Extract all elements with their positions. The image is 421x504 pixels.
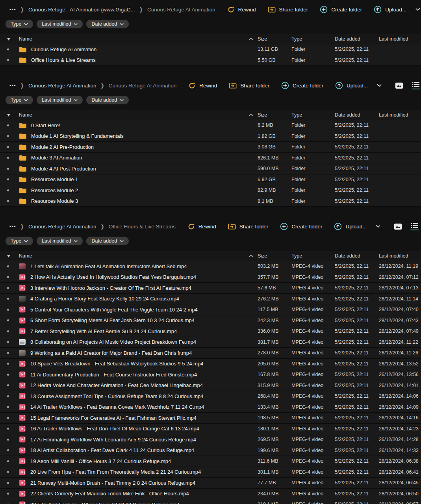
rewind-label: Rewind	[238, 7, 256, 13]
table-row[interactable]: 17 Ai Filmmaking Workflow With Leonardo …	[0, 434, 421, 445]
grid-view-icon[interactable]	[395, 82, 403, 89]
table-row[interactable]: Module 2 AI Pre-Production3.08 GBFolder5…	[0, 142, 421, 153]
breadcrumb-menu-icon[interactable]: •••	[9, 83, 16, 89]
table-row[interactable]: 20 Live From Hpa - Feat Tim From Theoret…	[0, 467, 421, 478]
create-folder-button[interactable]: Create folder	[281, 82, 323, 89]
list-view-icon[interactable]	[410, 222, 419, 230]
table-row[interactable]: Resources Module 282.9 MBFolder5/2/2025,…	[0, 185, 421, 196]
column-header-size[interactable]: Size	[258, 112, 291, 118]
create-folder-button[interactable]: Create folder	[280, 222, 322, 230]
table-row[interactable]: 10 Space Vets Breakdown - Feat Sebastian…	[0, 359, 421, 370]
filter-chip-last-modified[interactable]: Last modified	[37, 237, 83, 245]
list-view-icon[interactable]	[412, 82, 420, 89]
table-row[interactable]: 4 Crafting a Horror Story Feat Stacey Ke…	[0, 294, 421, 305]
column-header-last-modified[interactable]: Last modified	[379, 36, 421, 42]
filter-chip-date-added[interactable]: Date added	[86, 237, 129, 245]
breadcrumb-item[interactable]: Curious Refuge AI Animation	[28, 224, 96, 230]
share-folder-button[interactable]: Share folder	[228, 223, 269, 230]
column-header-name[interactable]: Name	[19, 112, 244, 118]
column-header-type[interactable]: Type	[291, 253, 335, 259]
filter-chip-date-added[interactable]: Date added	[86, 20, 129, 28]
breadcrumb-item[interactable]: Curious Refuge AI Animation	[147, 7, 215, 13]
table-row[interactable]: 23 Film And Fashion - Office Hours 12 19…	[0, 499, 421, 504]
filter-chip-last-modified[interactable]: Last modified	[37, 96, 83, 104]
table-row[interactable]: 16 Ai Trailer Workflows - Feat Don Thiel…	[0, 424, 421, 435]
share-folder-button[interactable]: Share folder	[229, 82, 269, 89]
breadcrumb-item[interactable]: Curious Refuge AI Animation	[109, 83, 177, 89]
filter-chip-type[interactable]: Type	[6, 20, 33, 28]
filter-chip-last-modified[interactable]: Last modified	[37, 20, 83, 28]
filter-chip-label: Last modified	[42, 97, 71, 103]
table-row[interactable]: 12 Hedra Voice And Character Animation -…	[0, 380, 421, 391]
filter-bar: TypeLast modifiedDate added	[0, 233, 421, 247]
breadcrumb-item[interactable]: Curious Refuge AI Animation	[28, 83, 96, 89]
grid-view-icon[interactable]	[394, 223, 402, 230]
table-row[interactable]: Office Hours & Live Streams5.50 GBFolder…	[0, 55, 421, 66]
table-row[interactable]: 6 Short Form Storytelling Meets Ai Feat …	[0, 315, 421, 326]
table-row[interactable]: 19 Aeon Milli Vanilli - Office Hours 3 7…	[0, 456, 421, 467]
rewind-button[interactable]: Rewind	[188, 82, 217, 89]
table-row[interactable]: 22 Clients Comedy Feat Mauricio Tonon Mi…	[0, 489, 421, 500]
rewind-button[interactable]: Rewind	[227, 6, 256, 13]
favorite-column: ♥	[0, 113, 19, 117]
breadcrumb-menu-icon[interactable]: •••	[9, 224, 16, 230]
create-folder-button[interactable]: Create folder	[320, 6, 362, 13]
date-added: 5/2/2025, 22:11	[335, 404, 379, 410]
column-header-date-added[interactable]: Date added	[335, 253, 379, 259]
column-header-last-modified[interactable]: Last modified	[379, 112, 421, 118]
table-row[interactable]: 8 Collaborating on AI Projects AI Music …	[0, 337, 421, 348]
table-row[interactable]: 5 Control Your Characters With Viggle Fe…	[0, 304, 421, 315]
upload-button[interactable]: Upload...	[335, 82, 382, 89]
table-row[interactable]: Resources Module 38.1 MBFolder5/2/2025, …	[0, 196, 421, 207]
sort-ascending-icon[interactable]	[244, 113, 258, 116]
breadcrumb-menu-icon[interactable]: •••	[9, 7, 16, 13]
table-row[interactable]: 14 Ai Trailer Workflows - Feat Deanna Go…	[0, 402, 421, 413]
share-folder-button[interactable]: Share folder	[268, 6, 308, 13]
column-header-name[interactable]: Name	[19, 253, 244, 259]
table-row[interactable]: 2 How Ai Is Actually Used In Hollywood S…	[0, 272, 421, 283]
column-header-name[interactable]: Name	[19, 36, 244, 42]
column-header-size[interactable]: Size	[258, 253, 291, 259]
table-row[interactable]: Module 3 AI Animation626.1 MBFolder5/2/2…	[0, 153, 421, 164]
table-row[interactable]: 1 Lets talk AI Animation Feat AI Animati…	[0, 261, 421, 272]
table-row[interactable]: 15 Legal Frameworks For Generative Ai - …	[0, 413, 421, 424]
breadcrumb-item[interactable]: Office Hours & Live Streams	[109, 224, 176, 230]
column-header-type[interactable]: Type	[291, 112, 335, 118]
file-name-cell: Office Hours & Live Streams	[19, 57, 244, 63]
chevron-down-icon[interactable]	[376, 225, 380, 228]
upload-button[interactable]: Upload...	[334, 222, 380, 230]
file-name: 22 Clients Comedy Feat Mauricio Tonon Mi…	[30, 491, 189, 497]
table-row[interactable]: Module 1 AI Storytelling & Fundamentals1…	[0, 131, 421, 142]
column-header-last-modified[interactable]: Last modified	[379, 253, 421, 259]
heart-icon[interactable]: ♥	[7, 37, 10, 41]
table-row[interactable]: Module 4 AI Post-Production590.0 MBFolde…	[0, 163, 421, 174]
table-row[interactable]: 0 Start Here!6.2 MBFolder5/2/2025, 22:11	[0, 120, 421, 131]
table-row[interactable]: 18 Ai Artist Collaboration - Feat Dave C…	[0, 445, 421, 456]
breadcrumb-item[interactable]: Curious Refuge - AI Animation (www.GigaC…	[28, 7, 135, 13]
sort-ascending-icon[interactable]	[244, 37, 258, 40]
column-header-date-added[interactable]: Date added	[335, 112, 379, 118]
table-row[interactable]: 21 Runway Multi-Motion Brush - Feat Timm…	[0, 478, 421, 489]
column-header-size[interactable]: Size	[258, 36, 291, 42]
filter-chip-type[interactable]: Type	[6, 237, 33, 245]
column-header-date-added[interactable]: Date added	[335, 36, 379, 42]
chevron-down-icon[interactable]	[415, 8, 420, 11]
chevron-down-icon[interactable]	[377, 84, 382, 87]
table-row[interactable]: 9 Working as a Paid AI Creator for Major…	[0, 348, 421, 359]
table-row[interactable]: 13 Course Assignment Tool Tips - Curious…	[0, 391, 421, 402]
table-row[interactable]: 3 Interview With Hooroo Jackson - Creato…	[0, 283, 421, 294]
file-name: 15 Legal Frameworks For Generative Ai - …	[30, 415, 197, 421]
table-row[interactable]: Curious Refuge AI Animation13.11 GBFolde…	[0, 44, 421, 55]
video-file-icon	[19, 447, 26, 454]
upload-button[interactable]: Upload...	[374, 6, 420, 13]
table-row[interactable]: Resources Module 16.92 GBFolder5/2/2025,…	[0, 174, 421, 185]
table-row[interactable]: 11 Ai Documentary Production - Feat Cour…	[0, 369, 421, 380]
rewind-button[interactable]: Rewind	[187, 223, 216, 230]
sort-ascending-icon[interactable]	[244, 254, 258, 257]
column-header-type[interactable]: Type	[291, 36, 335, 42]
table-row[interactable]: 7 Better Storytelling With Ai Feat Berni…	[0, 326, 421, 337]
heart-icon[interactable]: ♥	[7, 113, 10, 117]
filter-chip-type[interactable]: Type	[6, 96, 33, 104]
filter-chip-date-added[interactable]: Date added	[86, 96, 129, 104]
heart-icon[interactable]: ♥	[7, 254, 10, 258]
